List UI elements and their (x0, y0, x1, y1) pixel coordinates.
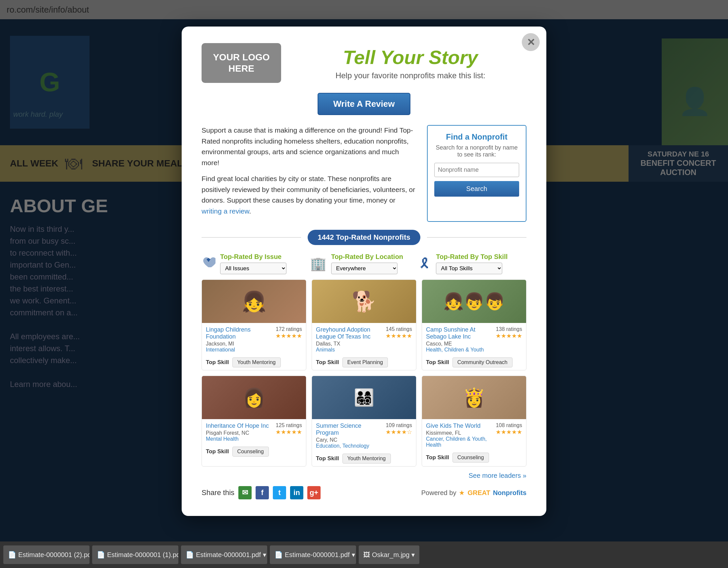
org-card-3[interactable]: 👧‍👦‍👦 Camp Sunshine At Sebago Lake Inc C… (422, 280, 526, 370)
writing-review-link[interactable]: writing a review (202, 207, 249, 215)
write-review-button[interactable]: Write A Review (318, 93, 410, 115)
taskbar-item-5[interactable]: 🖼 Oskar_m.jpg ▾ (359, 545, 419, 564)
org-info-5: Summer Science Program Cary, NC Educatio… (312, 419, 416, 451)
org-tag-4: Mental Health (206, 436, 269, 442)
powered-by-block: Powered by ★ GREAT Nonprofits (421, 489, 526, 497)
see-more-link[interactable]: See more leaders » (468, 472, 526, 479)
cat-title-skill: Top-Rated By Top Skill (436, 253, 508, 261)
share-email-icon[interactable]: ✉ (238, 486, 252, 499)
org-card-6[interactable]: 👸 Give Kids The World Kissimmee, FL Canc… (422, 376, 526, 467)
share-linkedin-icon[interactable]: in (290, 486, 303, 499)
org-location-3: Casco, ME (426, 341, 496, 347)
org-stars-2: ★★★★★ (386, 332, 412, 340)
nonprofit-search-button[interactable]: Search (434, 181, 519, 197)
org-ratings-6: 108 ratings (496, 422, 522, 428)
org-skill-3: Community Outreach (453, 357, 513, 367)
org-grid-row2: 👩 Inheritance Of Hope Inc Pisgah Forest,… (202, 376, 526, 467)
org-skill-row-1: Top Skill Youth Mentoring (202, 355, 306, 370)
share-block: Share this ✉ f t in g+ (202, 486, 321, 499)
org-skill-row-2: Top Skill Event Planning (312, 355, 416, 370)
powered-nonprofits: Nonprofits (493, 489, 526, 497)
org-skill-5: Youth Mentoring (342, 454, 391, 464)
pdf-icon-3: 📄 (186, 551, 194, 559)
org-ratings-1: 172 ratings (275, 326, 302, 332)
powered-great: GREAT (467, 489, 490, 497)
org-image-1: 👧 (202, 280, 306, 323)
org-name-1: Lingap Childrens Foundation (206, 326, 275, 340)
pdf-icon-2: 📄 (97, 551, 105, 559)
org-skill-2: Event Planning (342, 357, 388, 367)
org-card-1[interactable]: 👧 Lingap Childrens Foundation Jackson, M… (202, 280, 306, 370)
chevron-down-icon-3: ▾ (263, 551, 266, 559)
divider-right (427, 237, 526, 238)
building-icon: 🏢 (310, 256, 327, 272)
close-button[interactable]: ✕ (522, 33, 540, 51)
org-ratings-5: 109 ratings (386, 422, 412, 428)
modal-description: Support a cause that is making a differe… (202, 125, 417, 222)
org-ratings-2: 145 ratings (386, 326, 412, 332)
share-facebook-icon[interactable]: f (256, 486, 269, 499)
pdf-icon-1: 📄 (8, 551, 16, 559)
heart-icon (202, 255, 215, 272)
org-location-5: Cary, NC (316, 437, 386, 443)
org-image-2: 🐕 (312, 280, 416, 323)
org-name-6: Give Kids The World (426, 422, 496, 429)
desc-para-2: Find great local charities by city or st… (202, 173, 417, 217)
divider-left (202, 237, 301, 238)
modal-footer: Share this ✉ f t in g+ Powered by ★ GREA… (202, 486, 526, 499)
org-stars-5: ★★★★☆ (386, 428, 412, 436)
org-ratings-4: 125 ratings (275, 422, 302, 428)
find-nonprofit-box: Find a Nonprofit Search for a nonprofit … (427, 125, 526, 222)
cat-select-location[interactable]: Everywhere (331, 263, 397, 274)
nonprofit-search-input[interactable] (434, 163, 519, 177)
org-skill-row-6: Top Skill Counseling (422, 450, 526, 465)
cat-title-issue: Top-Rated By Issue (220, 253, 286, 261)
pdf-icon-4: 📄 (274, 551, 283, 559)
find-nonprofit-title: Find a Nonprofit (434, 132, 519, 142)
org-card-5[interactable]: 👨‍👩‍👧‍👦 Summer Science Program Cary, NC … (312, 376, 416, 467)
modal-body: Support a cause that is making a differe… (202, 125, 526, 222)
cat-header-issue: Top-Rated By Issue All Issues (202, 253, 310, 274)
chevron-down-icon-5: ▾ (411, 551, 415, 559)
org-location-1: Jackson, MI (206, 341, 275, 347)
taskbar-item-3[interactable]: 📄 Estimate-0000001.pdf ▾ (181, 545, 267, 564)
org-tag-1: International (206, 347, 275, 353)
desc-para-1: Support a cause that is making a differe… (202, 125, 417, 168)
share-twitter-icon[interactable]: t (273, 486, 286, 499)
modal: ✕ YOUR LOGO HERE Tell Your Story Help yo… (182, 27, 546, 516)
org-card-4[interactable]: 👩 Inheritance Of Hope Inc Pisgah Forest,… (202, 376, 306, 467)
logo-placeholder: YOUR LOGO HERE (202, 43, 281, 83)
powered-label: Powered by (421, 489, 456, 497)
cat-header-skill: 🎗 Top-Rated By Top Skill All Top Skills (418, 253, 526, 274)
modal-top: YOUR LOGO HERE Tell Your Story Help your… (202, 43, 526, 83)
taskbar-item-1[interactable]: 📄 Estimate-0000001 (2).pdf ▾ (3, 545, 90, 564)
org-location-2: Dallas, TX (316, 341, 386, 347)
org-tag-2: Animals (316, 347, 386, 353)
org-info-1: Lingap Childrens Foundation Jackson, MI … (202, 323, 306, 355)
org-image-5: 👨‍👩‍👧‍👦 (312, 376, 416, 419)
org-name-4: Inheritance Of Hope Inc (206, 422, 269, 429)
org-skill-6: Counseling (453, 453, 489, 463)
find-nonprofit-subtitle: Search for a nonprofit by name to see it… (434, 144, 519, 158)
taskbar-item-2[interactable]: 📄 Estimate-0000001 (1).pdf ▾ (92, 545, 178, 564)
powered-star: ★ (459, 489, 465, 497)
org-skill-row-4: Top Skill Counseling (202, 444, 306, 459)
taskbar-item-4[interactable]: 📄 Estimate-0000001.pdf ▾ (270, 545, 356, 564)
org-location-4: Pisgah Forest, NC (206, 430, 269, 436)
share-googleplus-icon[interactable]: g+ (307, 486, 321, 499)
logo-text: YOUR LOGO HERE (202, 52, 281, 74)
category-headers: Top-Rated By Issue All Issues 🏢 Top-Rate… (202, 253, 526, 274)
cat-select-issue[interactable]: All Issues (220, 263, 286, 274)
headline-subtitle: Help your favorite nonprofits make this … (294, 71, 526, 80)
org-grid-row1: 👧 Lingap Childrens Foundation Jackson, M… (202, 280, 526, 370)
chevron-down-icon-4: ▾ (352, 551, 355, 559)
org-card-2[interactable]: 🐕 Greyhound Adoption League Of Texas Inc… (312, 280, 416, 370)
badge-count: 1442 Top-Rated Nonprofits (308, 230, 420, 245)
org-image-6: 👸 (422, 376, 526, 419)
taskbar: 📄 Estimate-0000001 (2).pdf ▾ 📄 Estimate-… (0, 541, 728, 568)
cat-select-skill[interactable]: All Top Skills (436, 263, 502, 274)
org-stars-3: ★★★★★ (496, 332, 522, 340)
org-info-6: Give Kids The World Kissimmee, FL Cancer… (422, 419, 526, 450)
org-skill-row-3: Top Skill Community Outreach (422, 355, 526, 370)
org-info-3: Camp Sunshine At Sebago Lake Inc Casco, … (422, 323, 526, 355)
